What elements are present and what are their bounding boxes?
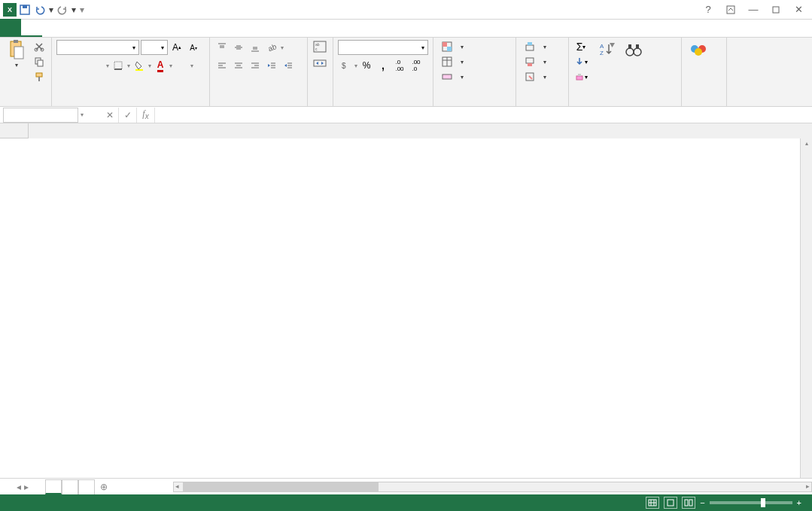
select-all-corner[interactable] <box>0 123 29 138</box>
zoom-in-button[interactable]: + <box>797 498 801 507</box>
sheet-tab-2[interactable] <box>78 479 95 494</box>
font-color-button[interactable]: A <box>153 58 168 73</box>
tab-review[interactable] <box>126 19 147 37</box>
align-top-button[interactable] <box>214 40 230 55</box>
decrease-indent-button[interactable] <box>264 58 279 73</box>
underline-button[interactable] <box>90 58 105 73</box>
currency-button[interactable]: $ <box>338 58 353 73</box>
svg-rect-15 <box>135 69 143 71</box>
redo-icon[interactable] <box>56 3 69 17</box>
hscroll-thumb[interactable] <box>183 482 379 491</box>
font-name-select[interactable]: ▾ <box>56 40 139 55</box>
cut-button[interactable] <box>32 39 47 54</box>
autosum-button[interactable]: Σ▾ <box>573 39 588 54</box>
group-save <box>682 38 727 106</box>
fill-color-button[interactable] <box>132 58 147 73</box>
formula-input[interactable] <box>155 108 812 123</box>
increase-font-button[interactable]: A▴ <box>169 40 184 55</box>
sheet-tab-1[interactable] <box>45 479 62 494</box>
view-pagebreak-button[interactable] <box>682 497 695 509</box>
view-normal-button[interactable] <box>646 497 659 509</box>
tab-file[interactable] <box>0 19 21 37</box>
add-sheet-button[interactable]: ⊕ <box>95 482 113 492</box>
view-layout-button[interactable] <box>664 497 677 509</box>
decrease-decimal-button[interactable]: .00.0 <box>409 58 424 73</box>
conditional-format-button[interactable]: ▾ <box>438 39 467 54</box>
cells-group-label <box>521 105 564 106</box>
wrap-text-button[interactable]: abc <box>312 39 327 54</box>
maximize-button[interactable] <box>767 3 785 17</box>
spreadsheet-grid[interactable]: ▴ <box>0 123 812 478</box>
align-left-button[interactable] <box>214 58 230 73</box>
find-select-button[interactable] <box>622 39 646 62</box>
sheet-tab-3[interactable] <box>62 479 78 494</box>
cell-style-button[interactable]: ▾ <box>438 69 467 84</box>
svg-rect-13 <box>114 62 122 69</box>
bold-button[interactable] <box>56 58 71 73</box>
tab-formula[interactable] <box>84 19 105 37</box>
save-icon[interactable] <box>18 3 32 17</box>
namebox-dropdown-icon[interactable]: ▾ <box>78 111 86 118</box>
tab-baidu[interactable] <box>169 19 190 37</box>
clipboard-group-label <box>5 105 47 106</box>
ribbon: ▾ ▾ ▾ A▴ A▾ ▾ ▾ <box>0 38 812 107</box>
undo-icon[interactable] <box>33 3 47 17</box>
sort-filter-button[interactable]: AZ <box>595 39 619 62</box>
horizontal-scrollbar[interactable]: ◂▸ <box>173 482 812 492</box>
align-right-button[interactable] <box>248 58 263 73</box>
redo-dropdown-icon[interactable]: ▾ <box>71 3 77 17</box>
decrease-font-button[interactable]: A▾ <box>186 40 201 55</box>
undo-dropdown-icon[interactable]: ▾ <box>48 3 54 17</box>
sheet-nav[interactable]: ◂▸ <box>0 482 45 492</box>
baidu-cloud-icon <box>689 41 707 59</box>
number-format-select[interactable]: ▾ <box>338 40 428 55</box>
merge-button[interactable] <box>312 56 327 71</box>
paste-button[interactable]: ▾ <box>5 39 29 70</box>
orientation-button[interactable]: ab <box>264 40 279 55</box>
close-button[interactable]: ✕ <box>789 3 807 17</box>
zoom-slider[interactable] <box>710 501 792 504</box>
fill-button[interactable]: ▾ <box>573 54 588 69</box>
svg-text:A: A <box>600 43 604 50</box>
save-baidu-button[interactable] <box>686 39 710 63</box>
delete-cells-button[interactable]: ▾ <box>521 54 549 69</box>
tab-view[interactable] <box>147 19 169 37</box>
increase-indent-button[interactable] <box>281 58 296 73</box>
minimize-button[interactable]: — <box>744 3 762 17</box>
align-center-button[interactable] <box>231 58 246 73</box>
group-alignment2: abc <box>308 38 333 106</box>
enter-formula-button[interactable]: ✓ <box>119 108 137 123</box>
format-cells-button[interactable]: ▾ <box>521 69 549 84</box>
insert-cells-button[interactable]: ▾ <box>521 39 549 54</box>
tab-data[interactable] <box>105 19 126 37</box>
svg-rect-6 <box>14 47 23 59</box>
phonetic-button[interactable] <box>174 58 189 73</box>
cancel-formula-button[interactable]: ✕ <box>101 108 119 123</box>
tab-insert[interactable] <box>42 19 63 37</box>
zoom-out-button[interactable]: − <box>700 498 704 507</box>
svg-rect-75 <box>689 500 692 506</box>
tab-layout[interactable] <box>63 19 84 37</box>
fx-button[interactable]: fx <box>137 108 155 123</box>
border-button[interactable] <box>111 58 126 73</box>
tab-home[interactable] <box>21 19 42 37</box>
svg-rect-73 <box>668 500 674 506</box>
percent-button[interactable]: % <box>359 58 374 73</box>
italic-button[interactable] <box>73 58 88 73</box>
align-middle-button[interactable] <box>231 40 246 55</box>
format-painter-button[interactable] <box>32 69 47 84</box>
ribbon-options-icon[interactable] <box>722 3 740 17</box>
svg-rect-11 <box>36 73 42 77</box>
clear-button[interactable]: ▾ <box>573 69 588 84</box>
svg-text:$: $ <box>342 62 346 70</box>
help-icon[interactable]: ? <box>699 3 717 17</box>
align-bottom-button[interactable] <box>248 40 263 55</box>
vertical-scrollbar[interactable]: ▴ <box>800 138 812 478</box>
increase-decimal-button[interactable]: .0.00 <box>392 58 407 73</box>
qat-customize-icon[interactable]: ▾ <box>78 3 86 17</box>
font-size-select[interactable]: ▾ <box>141 40 168 55</box>
table-format-button[interactable]: ▾ <box>438 54 467 69</box>
comma-button[interactable]: , <box>376 58 391 73</box>
name-box[interactable] <box>3 108 78 123</box>
copy-button[interactable] <box>32 54 47 69</box>
